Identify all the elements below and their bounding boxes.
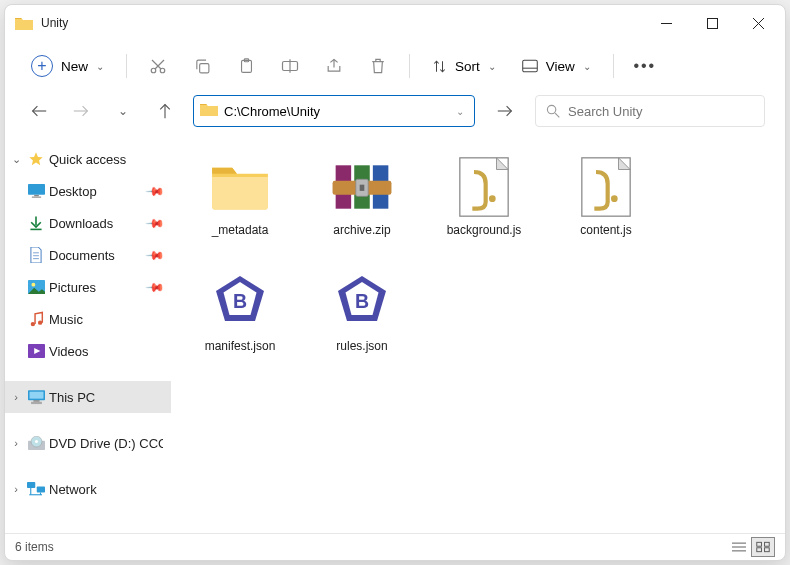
sort-icon (432, 59, 447, 74)
file-list: _metadata archive.zip (171, 139, 785, 533)
file-item[interactable]: B rules.json (303, 265, 421, 377)
maximize-button[interactable] (689, 7, 735, 39)
svg-rect-56 (757, 542, 762, 546)
downloads-icon (27, 214, 45, 232)
delete-button[interactable] (359, 48, 397, 84)
forward-button[interactable] (67, 97, 95, 125)
svg-rect-36 (27, 482, 35, 488)
folder-icon (208, 155, 272, 219)
sidebar-item-quick-access[interactable]: ⌄ Quick access (5, 143, 171, 175)
main-area: ⌄ Quick access Desktop 📌 Downloads 📌 Doc… (5, 139, 785, 533)
svg-text:B: B (355, 290, 369, 312)
chevron-right-icon: › (9, 391, 23, 403)
refresh-button[interactable] (489, 95, 521, 127)
svg-rect-17 (28, 184, 45, 195)
js-icon (574, 155, 638, 219)
pin-icon: 📌 (145, 213, 166, 234)
window-title: Unity (41, 16, 68, 30)
chevron-right-icon: › (9, 483, 23, 495)
address-bar[interactable]: ⌄ (193, 95, 475, 127)
sidebar-item-dvd-drive[interactable]: › DVD Drive (D:) CCCC (5, 427, 171, 459)
star-icon (27, 150, 45, 168)
item-count: 6 items (15, 540, 54, 554)
svg-point-50 (611, 195, 618, 202)
network-icon (27, 480, 45, 498)
search-icon (546, 104, 560, 118)
svg-rect-30 (29, 391, 43, 398)
music-icon (27, 310, 45, 328)
zip-icon (330, 155, 394, 219)
more-button[interactable]: ••• (626, 48, 664, 84)
share-button[interactable] (315, 48, 353, 84)
json-icon: B (330, 271, 394, 335)
up-button[interactable] (151, 97, 179, 125)
svg-rect-13 (523, 60, 538, 72)
paste-button[interactable] (227, 48, 265, 84)
icons-view-button[interactable] (751, 537, 775, 557)
sidebar-item-desktop[interactable]: Desktop 📌 (5, 175, 171, 207)
chevron-right-icon: › (9, 437, 23, 449)
documents-icon (27, 246, 45, 264)
plus-icon: + (31, 55, 53, 77)
folder-icon (15, 16, 33, 30)
svg-rect-19 (31, 196, 40, 198)
rename-button[interactable] (271, 48, 309, 84)
chevron-down-icon: ⌄ (9, 153, 23, 166)
cut-button[interactable] (139, 48, 177, 84)
svg-rect-18 (34, 195, 39, 197)
pin-icon: 📌 (145, 181, 166, 202)
view-icon (522, 59, 538, 73)
nav-bar: ⌄ ⌄ (5, 91, 785, 139)
title-bar: Unity (5, 5, 785, 41)
computer-icon (27, 388, 45, 406)
svg-rect-46 (360, 185, 365, 191)
file-item[interactable]: background.js (425, 149, 543, 261)
address-history-button[interactable]: ⌄ (452, 106, 468, 117)
file-item[interactable]: content.js (547, 149, 665, 261)
sidebar-item-videos[interactable]: Videos (5, 335, 171, 367)
file-item[interactable]: B manifest.json (181, 265, 299, 377)
svg-point-25 (31, 283, 35, 287)
sidebar-item-documents[interactable]: Documents 📌 (5, 239, 171, 271)
js-icon (452, 155, 516, 219)
sidebar-item-pictures[interactable]: Pictures 📌 (5, 271, 171, 303)
svg-rect-31 (33, 400, 39, 402)
desktop-icon (27, 182, 45, 200)
folder-icon (200, 102, 218, 120)
search-input[interactable] (568, 104, 754, 119)
svg-rect-57 (765, 542, 770, 546)
svg-rect-37 (37, 486, 45, 492)
disc-icon (27, 434, 45, 452)
sidebar-item-network[interactable]: › Network (5, 473, 171, 505)
sidebar-item-this-pc[interactable]: › This PC (5, 381, 171, 413)
svg-rect-32 (31, 401, 42, 403)
svg-rect-58 (757, 548, 762, 552)
svg-rect-1 (707, 18, 717, 28)
sort-button[interactable]: Sort ⌄ (422, 48, 506, 84)
explorer-window: Unity + New ⌄ Sort ⌄ View ⌄ ••• (4, 4, 786, 561)
json-icon: B (208, 271, 272, 335)
view-button[interactable]: View ⌄ (512, 48, 601, 84)
file-item[interactable]: archive.zip (303, 149, 421, 261)
sidebar-item-downloads[interactable]: Downloads 📌 (5, 207, 171, 239)
details-view-button[interactable] (727, 537, 751, 557)
toolbar: + New ⌄ Sort ⌄ View ⌄ ••• (5, 41, 785, 91)
chevron-down-icon: ⌄ (583, 61, 591, 72)
status-bar: 6 items (5, 533, 785, 560)
sidebar-item-music[interactable]: Music (5, 303, 171, 335)
copy-button[interactable] (183, 48, 221, 84)
back-button[interactable] (25, 97, 53, 125)
address-input[interactable] (224, 102, 446, 121)
file-item[interactable]: _metadata (181, 149, 299, 261)
new-button[interactable]: + New ⌄ (25, 48, 114, 84)
search-box[interactable] (535, 95, 765, 127)
svg-point-15 (547, 105, 555, 113)
close-button[interactable] (735, 7, 781, 39)
chevron-down-icon: ⌄ (96, 61, 104, 72)
svg-rect-8 (199, 63, 208, 72)
recent-button[interactable]: ⌄ (109, 97, 137, 125)
videos-icon (27, 342, 45, 360)
pin-icon: 📌 (145, 245, 166, 266)
svg-line-16 (555, 113, 559, 117)
minimize-button[interactable] (643, 7, 689, 39)
